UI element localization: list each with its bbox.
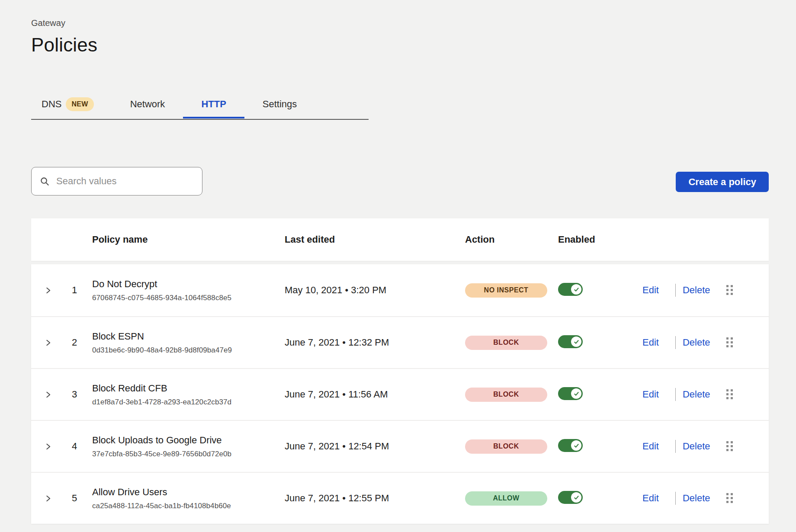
drag-handle-icon[interactable] (726, 441, 733, 452)
delete-link[interactable]: Delete (683, 285, 710, 296)
row-index: 4 (59, 441, 92, 452)
breadcrumb: Gateway (31, 0, 769, 28)
row-index: 2 (59, 337, 92, 348)
enabled-toggle[interactable] (558, 387, 583, 400)
delete-link[interactable]: Delete (683, 493, 710, 504)
link-divider (675, 388, 676, 401)
table-row: 5 Allow Drive Users ca25a488-112a-45ac-b… (31, 472, 769, 524)
tab-http[interactable]: HTTP (183, 99, 244, 118)
edit-link[interactable]: Edit (642, 285, 659, 296)
gateway-policies-page: Gateway Policies DNS NEW Network HTTP Se… (0, 0, 796, 524)
last-edited: May 10, 2021 • 3:20 PM (285, 285, 465, 296)
drag-handle-icon[interactable] (726, 389, 733, 400)
action-badge: NO INSPECT (465, 283, 547, 298)
enabled-toggle[interactable] (558, 283, 583, 296)
header-enabled: Enabled (558, 234, 642, 245)
table-header-row: Policy name Last edited Action Enabled (31, 218, 769, 261)
policy-name: Do Not Decrypt (92, 279, 285, 290)
action-badge: BLOCK (465, 336, 547, 350)
action-badge: BLOCK (465, 388, 547, 402)
policy-uuid: ca25a488-112a-45ac-ba1b-fb4108b4b60e (92, 502, 285, 510)
policy-uuid: 0d31be6c-9b90-48a4-92b8-9d8f09ba47e9 (92, 346, 285, 355)
delete-link[interactable]: Delete (683, 337, 710, 348)
row-index: 5 (59, 493, 92, 504)
create-policy-button[interactable]: Create a policy (676, 172, 769, 192)
toolbar: Create a policy (31, 167, 769, 195)
policy-uuid: d1ef8a7d-3eb1-4728-a293-ea120c2cb37d (92, 398, 285, 407)
tab-settings[interactable]: Settings (244, 99, 315, 118)
table-row: 2 Block ESPN 0d31be6c-9b90-48a4-92b8-9d8… (31, 316, 769, 368)
policy-uuid: 37e7cbfa-85b3-45ce-9e89-7656b0d72e0b (92, 450, 285, 458)
edit-link[interactable]: Edit (642, 337, 659, 348)
tab-bar: DNS NEW Network HTTP Settings (31, 97, 369, 120)
edit-link[interactable]: Edit (642, 389, 659, 400)
policy-name: Block Uploads to Google Drive (92, 435, 285, 446)
edit-link[interactable]: Edit (642, 493, 659, 504)
delete-link[interactable]: Delete (683, 441, 710, 452)
row-index: 1 (59, 285, 92, 296)
tab-network[interactable]: Network (112, 99, 183, 118)
header-action: Action (465, 234, 558, 245)
enabled-toggle[interactable] (558, 335, 583, 348)
tab-dns[interactable]: DNS NEW (31, 97, 112, 119)
policies-table: Policy name Last edited Action Enabled 1… (31, 218, 769, 524)
drag-handle-icon[interactable] (726, 285, 733, 295)
last-edited: June 7, 2021 • 12:32 PM (285, 337, 465, 348)
action-badge: BLOCK (465, 439, 547, 454)
link-divider (675, 284, 676, 297)
tab-http-label: HTTP (201, 99, 226, 110)
tab-network-label: Network (130, 99, 165, 110)
edit-link[interactable]: Edit (642, 441, 659, 452)
delete-link[interactable]: Delete (683, 389, 710, 400)
table-body: 1 Do Not Decrypt 67068745-c075-4685-934a… (31, 264, 769, 524)
link-divider (675, 440, 676, 453)
enabled-toggle[interactable] (558, 491, 583, 504)
new-badge: NEW (66, 97, 93, 111)
table-row: 4 Block Uploads to Google Drive 37e7cbfa… (31, 420, 769, 472)
search-icon (40, 176, 50, 186)
last-edited: June 7, 2021 • 12:54 PM (285, 441, 465, 452)
table-row: 1 Do Not Decrypt 67068745-c075-4685-934a… (31, 264, 769, 316)
table-row: 3 Block Reddit CFB d1ef8a7d-3eb1-4728-a2… (31, 368, 769, 420)
policy-name: Allow Drive Users (92, 487, 285, 498)
row-index: 3 (59, 389, 92, 400)
action-badge: ALLOW (465, 491, 547, 506)
policy-name: Block Reddit CFB (92, 383, 285, 394)
search-input[interactable] (56, 176, 194, 187)
tab-settings-label: Settings (263, 99, 297, 110)
header-policy-name: Policy name (92, 234, 285, 245)
page-title: Policies (31, 34, 769, 56)
toggle-check-icon (571, 388, 581, 399)
expand-chevron-icon[interactable] (45, 443, 52, 450)
toggle-check-icon (571, 337, 581, 347)
expand-chevron-icon[interactable] (45, 495, 52, 502)
policy-uuid: 67068745-c075-4685-934a-1064f588c8e5 (92, 294, 285, 302)
enabled-toggle[interactable] (558, 439, 583, 452)
expand-chevron-icon[interactable] (45, 287, 52, 294)
drag-handle-icon[interactable] (726, 493, 733, 503)
header-last-edited: Last edited (285, 234, 465, 245)
search-box[interactable] (31, 167, 202, 195)
expand-chevron-icon[interactable] (45, 391, 52, 398)
drag-handle-icon[interactable] (726, 337, 733, 348)
last-edited: June 7, 2021 • 12:55 PM (285, 493, 465, 504)
policy-name: Block ESPN (92, 331, 285, 342)
toggle-check-icon (571, 440, 581, 451)
tab-dns-label: DNS (42, 99, 61, 110)
last-edited: June 7, 2021 • 11:56 AM (285, 389, 465, 400)
toggle-check-icon (571, 284, 581, 295)
toggle-check-icon (571, 492, 581, 503)
link-divider (675, 336, 676, 349)
expand-chevron-icon[interactable] (45, 339, 52, 346)
link-divider (675, 492, 676, 505)
